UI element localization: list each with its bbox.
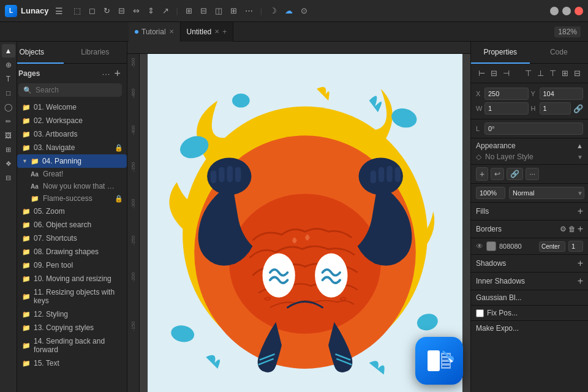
shape-tool-icon[interactable]: ◻ xyxy=(86,4,99,17)
add-style-icon[interactable]: + xyxy=(476,167,488,181)
tab-libraries[interactable]: Libraries xyxy=(64,42,127,64)
rect-tool[interactable]: □ xyxy=(2,86,15,100)
y-input[interactable] xyxy=(540,88,584,100)
tab-code[interactable]: Code xyxy=(530,42,589,64)
align-center-h-icon[interactable]: ⊟ xyxy=(488,67,500,80)
page-item-09-pen[interactable]: 📁 09. Pen tool xyxy=(17,258,127,272)
user-icon[interactable]: ⊙ xyxy=(298,4,311,17)
hotspot-tool[interactable]: ⊞ xyxy=(2,143,15,156)
make-export-row: Make Expo... xyxy=(471,321,588,336)
layer-style-chevron-icon[interactable]: ▼ xyxy=(577,154,583,160)
shadows-label: Shadows xyxy=(476,259,506,268)
tab-untitled[interactable]: Untitled ✕ + xyxy=(181,22,234,42)
folder-icon: 📁 xyxy=(22,262,31,270)
grid-tool[interactable]: ⊟ xyxy=(2,171,15,184)
tab-untitled-close[interactable]: ✕ xyxy=(214,28,219,35)
page-item-03-navigate[interactable]: 📁 03. Navigate 🔒 xyxy=(17,141,127,154)
tools-panel: ▲ ⊕ T □ ◯ ✏ 🖼 ⊞ ❖ ⊟ xyxy=(0,42,17,392)
page-item-15-text[interactable]: 📁 15. Text xyxy=(17,356,127,370)
link-proportions-icon[interactable]: 🔗 xyxy=(573,104,583,113)
page-item-13-copying[interactable]: 📁 13. Copying styles xyxy=(17,321,127,334)
inner-shadows-add-icon[interactable]: + xyxy=(578,276,583,287)
align-middle-icon[interactable]: ⊥ xyxy=(535,67,546,80)
folder-icon: 📁 xyxy=(22,360,31,368)
pages-more-icon[interactable]: ··· xyxy=(102,69,111,78)
align-icon[interactable]: ⊟ xyxy=(115,4,128,17)
more-tools-icon[interactable]: ⋯ xyxy=(242,4,256,17)
undo-style-icon[interactable]: ↩ xyxy=(491,168,504,180)
borders-settings-icon[interactable]: ⚙ xyxy=(560,225,567,233)
page-item-05-zoom[interactable]: 📁 05. Zoom xyxy=(17,205,127,218)
flip-v-icon[interactable]: ⇕ xyxy=(145,4,157,17)
export-icon[interactable]: ↗ xyxy=(159,4,172,17)
fills-add-icon[interactable]: + xyxy=(578,206,583,217)
sub-item-nowyouknow[interactable]: Aa Now you know that using Shift xyxy=(17,180,127,192)
cloud-icon[interactable]: ☁ xyxy=(282,4,296,17)
page-item-10-moving[interactable]: 📁 10. Moving and resizing xyxy=(17,272,127,285)
tab-tutorial-close[interactable]: ✕ xyxy=(169,28,174,35)
pen-tool[interactable]: ✏ xyxy=(2,115,15,128)
component-tool[interactable]: ❖ xyxy=(2,157,15,170)
page-item-11-resizing[interactable]: 📁 11. Resizing objects with keys xyxy=(17,285,127,307)
blend-mode-select[interactable]: Normal Multiply Screen Overlay xyxy=(509,187,584,199)
oval-tool[interactable]: ◯ xyxy=(2,100,15,114)
hamburger-icon[interactable]: ☰ xyxy=(55,6,63,16)
align-right-icon[interactable]: ⊣ xyxy=(500,67,512,80)
frame-tool-icon[interactable]: ⬚ xyxy=(70,4,84,17)
align-bottom-icon[interactable]: ⊤ xyxy=(547,67,559,80)
grid2-icon[interactable]: ⊟ xyxy=(197,4,210,17)
text-tool[interactable]: T xyxy=(2,72,15,86)
sub-item-flame[interactable]: 📁 Flame-success 🔒 xyxy=(17,192,127,205)
dark-mode-icon[interactable]: ☽ xyxy=(266,4,280,17)
close-button[interactable] xyxy=(575,7,583,15)
page-item-03-artboards[interactable]: 📁 03. Artboards xyxy=(17,127,127,141)
shadows-add-icon[interactable]: + xyxy=(578,258,583,269)
zoom-tool[interactable]: ⊕ xyxy=(2,58,15,72)
distribute-h-icon[interactable]: ⊞ xyxy=(559,67,571,80)
page-item-07-shortcuts[interactable]: 📁 07. Shortcuts xyxy=(17,232,127,245)
tab-add-icon[interactable]: + xyxy=(222,28,227,36)
fix-position-checkbox[interactable] xyxy=(476,309,484,317)
canvas-area[interactable]: 3500 3550 3600 3650 3700 3750 3800 -500 … xyxy=(127,42,470,392)
distribute-v-icon[interactable]: ⊟ xyxy=(571,67,583,80)
page-item-04-panning[interactable]: ▼ 📁 04. Panning xyxy=(17,154,127,168)
h-input[interactable] xyxy=(540,102,571,115)
tab-tutorial[interactable]: Tutorial ✕ xyxy=(129,22,181,42)
select-tool[interactable]: ▲ xyxy=(2,44,15,58)
link-style-icon[interactable]: 🔗 xyxy=(507,168,523,180)
page-item-01-welcome[interactable]: 📁 01. Welcome xyxy=(17,100,127,114)
page-item-02-workspace[interactable]: 📁 02. Workspace xyxy=(17,114,127,127)
zoom-level[interactable]: 182% xyxy=(554,26,581,37)
border-color-swatch[interactable] xyxy=(486,241,496,251)
w-input[interactable] xyxy=(484,102,529,115)
image-tool[interactable]: 🖼 xyxy=(2,129,15,142)
page-item-06-search[interactable]: 📁 06. Object search xyxy=(17,218,127,232)
align-left-icon[interactable]: ⊢ xyxy=(476,67,488,80)
borders-add-icon[interactable]: + xyxy=(578,224,583,235)
maximize-button[interactable] xyxy=(562,7,571,15)
grid4-icon[interactable]: ⊞ xyxy=(227,4,240,17)
svg-rect-25 xyxy=(428,350,440,371)
flip-h-icon[interactable]: ⇔ xyxy=(130,4,143,17)
border-align-select[interactable]: Center Inside Outside xyxy=(539,241,565,252)
border-visibility-icon[interactable]: 👁 xyxy=(476,242,483,251)
page-item-12-styling[interactable]: 📁 12. Styling xyxy=(17,307,127,321)
opacity-input[interactable] xyxy=(476,187,505,199)
borders-delete-icon[interactable]: 🗑 xyxy=(568,225,576,233)
grid3-icon[interactable]: ◫ xyxy=(212,4,225,17)
appearance-collapse-icon[interactable]: ▲ xyxy=(576,142,583,149)
minimize-button[interactable] xyxy=(550,7,559,15)
page-item-08-drawing[interactable]: 📁 08. Drawing shapes xyxy=(17,245,127,258)
sub-item-great[interactable]: Aa Great! xyxy=(17,168,127,180)
align-top-icon[interactable]: ⊤ xyxy=(522,67,534,80)
repeat-icon[interactable]: ↻ xyxy=(100,4,113,17)
pages-add-icon[interactable]: + xyxy=(114,68,121,79)
page-item-14-sending[interactable]: 📁 14. Sending back and forward xyxy=(17,334,127,356)
tab-properties[interactable]: Properties xyxy=(471,42,530,64)
search-input[interactable] xyxy=(36,86,117,94)
grid1-icon[interactable]: ⊞ xyxy=(183,4,195,17)
more-style-icon[interactable]: ··· xyxy=(526,168,539,180)
border-width-input[interactable] xyxy=(568,241,583,252)
x-input[interactable] xyxy=(484,88,529,100)
rotation-input[interactable] xyxy=(484,123,583,135)
